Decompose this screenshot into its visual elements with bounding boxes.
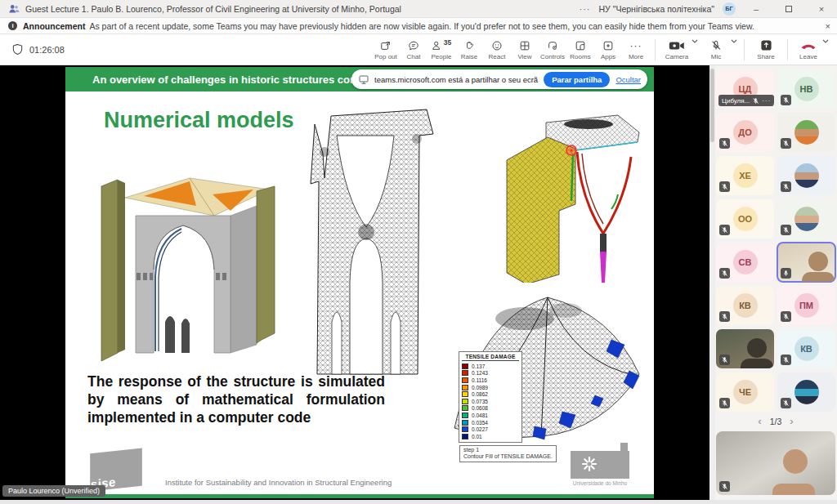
participant-tile[interactable]: СВ xyxy=(716,243,774,282)
figure-cad-arch-model xyxy=(90,145,280,368)
user-avatar[interactable]: БГ xyxy=(723,2,736,16)
avatar-initials: ПМ xyxy=(794,293,819,318)
popout-button[interactable]: Pop out xyxy=(372,39,400,60)
uminho-star-icon xyxy=(580,455,598,473)
view-button[interactable]: View xyxy=(511,39,539,60)
legend-value: 0.0227 xyxy=(472,426,488,432)
mic-muted-icon xyxy=(781,138,791,149)
sidebar-scrollbar[interactable] xyxy=(709,65,715,500)
banner-close-icon[interactable]: × xyxy=(826,18,830,34)
participant-tile[interactable]: КВ xyxy=(777,329,835,368)
camera-chevron-icon[interactable] xyxy=(692,39,698,43)
presentation-slide: An overview of challenges in historic st… xyxy=(65,67,654,498)
legend-entry: 0.0608 xyxy=(462,405,519,413)
close-button[interactable]: × xyxy=(809,0,834,18)
legend-value: 0.0608 xyxy=(472,405,488,411)
participant-video-tile[interactable] xyxy=(716,329,774,368)
leave-chevron-icon[interactable] xyxy=(822,39,829,43)
legend-title: TENSILE DAMAGE xyxy=(462,354,519,361)
avatar-photo xyxy=(794,163,819,188)
page-prev-icon[interactable]: ‹ xyxy=(758,415,761,427)
legend-entry: 0.0354 xyxy=(462,419,519,426)
legend-color-swatch xyxy=(462,413,468,418)
react-button[interactable]: React xyxy=(483,39,511,60)
leave-button[interactable]: Leave xyxy=(793,39,824,60)
mic-muted-icon xyxy=(719,181,730,192)
scrollbar-thumb[interactable] xyxy=(710,69,714,142)
mic-muted-icon xyxy=(710,39,722,52)
self-video-tile[interactable] xyxy=(716,431,835,495)
mic-muted-icon xyxy=(719,398,730,408)
participant-tile[interactable]: ЧЕ xyxy=(716,372,774,412)
toolbar-divider xyxy=(787,39,788,60)
page-indicator: 1/3 xyxy=(770,417,782,426)
avatar-initials: ОО xyxy=(733,207,758,231)
presenter-name-label: Paulo Lourenco (Unverified) xyxy=(2,485,105,497)
apps-button[interactable]: Apps xyxy=(594,39,622,60)
participant-tile[interactable] xyxy=(777,199,835,239)
mic-chevron-icon[interactable] xyxy=(731,39,737,43)
mic-muted-icon xyxy=(781,311,791,322)
participant-tile[interactable]: КВ xyxy=(716,286,774,325)
caption-text: Contour Fill of TENSILE DAMAGE. xyxy=(463,453,553,460)
participant-tile[interactable]: ОО xyxy=(716,199,774,239)
participant-tile[interactable]: ПМ xyxy=(777,286,835,325)
participant-video-tile[interactable] xyxy=(777,243,835,282)
raise-hand-icon xyxy=(463,39,475,52)
toolbar-divider xyxy=(744,39,745,60)
maximize-icon xyxy=(786,6,792,12)
legend-entry: 0.0227 xyxy=(462,426,519,433)
controls-button[interactable]: Controls xyxy=(539,39,566,60)
stop-sharing-button[interactable]: Parar partilha xyxy=(544,72,610,87)
avatar-initials: КВ xyxy=(794,337,819,361)
legend-entry: 0.01 xyxy=(462,433,519,440)
university-name: Universidade do Minho xyxy=(567,480,633,486)
mic-muted-icon xyxy=(719,225,730,235)
hide-banner-link[interactable]: Ocultar xyxy=(615,75,641,84)
participant-tile[interactable] xyxy=(777,156,835,195)
mic-muted-icon xyxy=(781,355,791,365)
legend-entry: 0.0735 xyxy=(462,398,519,405)
chat-button[interactable]: Chat xyxy=(400,39,427,60)
page-next-icon[interactable]: › xyxy=(790,415,793,427)
mic-muted-icon xyxy=(719,268,730,279)
participant-tile[interactable] xyxy=(777,372,835,412)
camera-button[interactable]: Camera xyxy=(660,39,693,60)
share-button[interactable]: Share xyxy=(750,39,782,60)
participant-grid: ЦДЦибуля...···НВДОХЕООСВКВПМКВЧЕ xyxy=(716,69,835,412)
people-button[interactable]: 35 People xyxy=(427,39,455,60)
legend-value: 0.01 xyxy=(472,434,482,439)
tile-more-icon[interactable]: ··· xyxy=(762,97,771,105)
mic-button[interactable]: Mic xyxy=(700,39,732,60)
popout-icon xyxy=(380,39,392,52)
shield-icon xyxy=(11,43,24,56)
more-button[interactable]: ··· More xyxy=(622,39,650,60)
legend-color-swatch xyxy=(462,377,468,383)
avatar-initials: НВ xyxy=(794,77,819,101)
announcement-banner: i Announcement As part of a recent updat… xyxy=(0,18,837,34)
maximize-button[interactable] xyxy=(777,0,801,18)
participant-name: Цибуля... xyxy=(722,97,750,105)
org-name: НУ "Чернігівська політехніка" xyxy=(599,4,714,14)
legend-value: 0.137 xyxy=(472,364,485,369)
legend-entry: 0.137 xyxy=(462,363,519,370)
toolbar-divider xyxy=(655,39,656,60)
slide-body-text: The response of the structure is simulat… xyxy=(87,372,385,427)
legend-color-swatch xyxy=(462,434,468,439)
participant-tile[interactable]: НВ xyxy=(777,69,835,109)
rooms-button[interactable]: Rooms xyxy=(566,39,594,60)
self-video-person xyxy=(783,449,808,474)
participant-name-label[interactable]: Цибуля...··· xyxy=(718,95,774,106)
participant-tile[interactable]: ХЕ xyxy=(716,156,774,195)
legend-color-swatch xyxy=(462,391,468,397)
participant-tile[interactable] xyxy=(777,113,835,152)
raise-hand-button[interactable]: Raise xyxy=(455,39,483,60)
participant-tile[interactable]: ЦДЦибуля...··· xyxy=(716,69,774,109)
chat-icon xyxy=(408,39,419,52)
rooms-icon xyxy=(575,39,586,52)
monitor-icon xyxy=(359,75,369,84)
meeting-timer: 01:26:08 xyxy=(7,43,65,56)
participant-tile[interactable]: ДО xyxy=(716,113,774,152)
minimize-button[interactable]: – xyxy=(744,0,768,18)
titlebar-more-icon[interactable]: ··· xyxy=(580,4,591,14)
